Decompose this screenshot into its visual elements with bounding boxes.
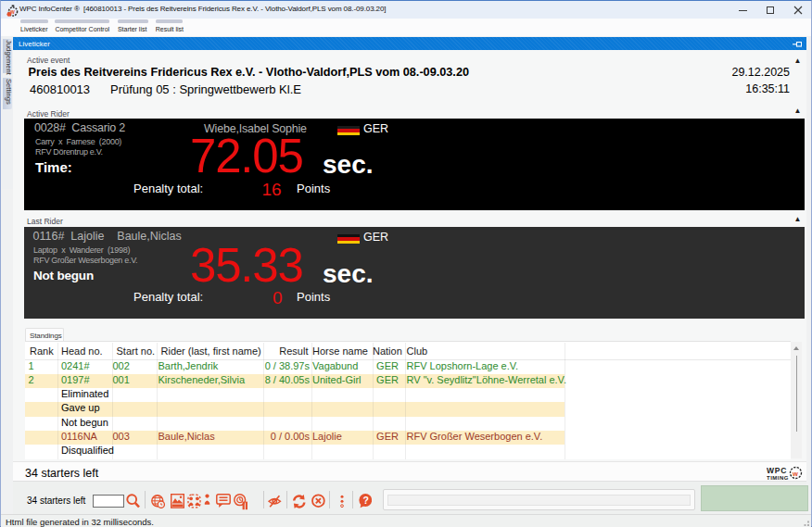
svg-text:TIMING: TIMING	[767, 475, 789, 481]
svg-text:?: ?	[362, 495, 368, 506]
svg-text:WPC: WPC	[767, 466, 787, 475]
svg-text:w: w	[792, 470, 798, 478]
